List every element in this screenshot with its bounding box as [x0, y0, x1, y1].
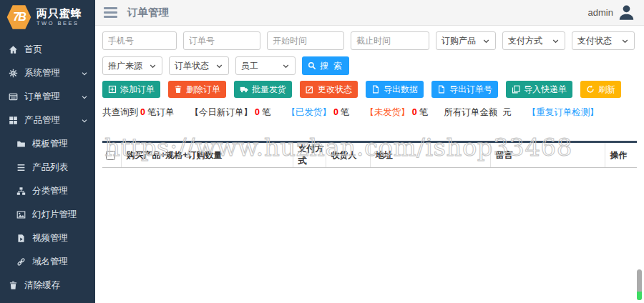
sidebar-item-products[interactable]: 产品管理 [0, 109, 95, 132]
promo-source-select[interactable]: 推广来源 [102, 56, 162, 75]
pay-status-select[interactable]: 支付状态 [572, 31, 635, 50]
edit-icon [306, 85, 314, 94]
sidebar-item-domains[interactable]: 域名管理 [0, 250, 95, 274]
sitemap-icon [16, 187, 26, 196]
button-label: 删除订单 [186, 84, 220, 96]
link-icon [16, 257, 26, 267]
export-order-no-button[interactable]: 导出订单号 [431, 81, 498, 98]
select-value: 订购产品 [441, 35, 476, 47]
search-button[interactable]: 搜 索 [302, 56, 349, 75]
sidebar-item-system[interactable]: 系统管理 [0, 61, 95, 85]
button-label: 导入快递单 [524, 84, 567, 96]
chevron-down-icon [81, 70, 88, 77]
grid-icon [9, 116, 18, 125]
stat-query-count: 0 [138, 107, 147, 117]
copy-icon [512, 85, 520, 94]
sidebar-item-slides[interactable]: 幻灯片管理 [0, 203, 95, 227]
import-tracking-button[interactable]: 导入快递单 [506, 81, 572, 98]
sidebar-item-label: 域名管理 [32, 256, 68, 268]
sidebar-item-label: 首页 [24, 44, 42, 56]
content-area: 订购产品 支付方式 支付状态 推广来源 订单状态 员工 搜 索 [95, 26, 644, 303]
order-status-select[interactable]: 订单状态 [169, 56, 229, 75]
sidebar-item-label: 产品管理 [24, 114, 60, 126]
page-title: 订单管理 [127, 6, 169, 19]
button-label: 刷新 [598, 84, 615, 96]
file-icon [371, 85, 380, 94]
plus-square-icon [108, 85, 117, 94]
chevron-down-icon [215, 62, 223, 70]
select-value: 支付状态 [577, 35, 612, 47]
truck-icon [240, 85, 248, 94]
stat-query: 共查询到0笔订单 [102, 106, 174, 119]
start-time-input[interactable] [267, 31, 344, 50]
column-address: 地址 [370, 142, 490, 168]
orders-table: 购买产品+规格+订购数量 支付方式 收货人 地址 留言 操作 [102, 141, 637, 168]
button-label: 更改状态 [318, 84, 352, 96]
brand-name-cn: 两只蜜蜂 [36, 8, 82, 20]
column-actions: 操作 [605, 142, 637, 168]
filter-row-1: 订购产品 支付方式 支付状态 [102, 31, 637, 50]
brand-logo-icon: 7B [6, 5, 31, 30]
chevron-down-icon [621, 37, 629, 45]
menu-toggle-icon[interactable] [104, 7, 117, 18]
chevron-down-icon [149, 62, 157, 70]
top-header: 订单管理 admin [95, 0, 644, 26]
product-select[interactable]: 订购产品 [436, 31, 496, 50]
select-all-checkbox[interactable] [106, 151, 115, 160]
end-time-input[interactable] [351, 31, 429, 50]
column-message: 留言 [490, 142, 605, 168]
sidebar-nav: 首页 系统管理 订单管理 产品管理 模板管理 产品列表 分类管理 [0, 34, 95, 297]
phone-input[interactable] [102, 31, 177, 50]
list-icon [16, 163, 26, 172]
refresh-button[interactable]: 刷新 [580, 81, 621, 98]
brand-logo[interactable]: 7B 两只蜜蜂 TWO BEES [0, 0, 95, 34]
stat-unshipped: 【未发货】0笔 [365, 106, 428, 119]
brand-name-en: TWO BEES [36, 21, 82, 26]
change-status-button[interactable]: 更改状态 [300, 81, 358, 98]
sidebar-item-templates[interactable]: 模板管理 [0, 132, 95, 156]
column-pay-method: 支付方式 [293, 142, 326, 168]
scrollbar-thumb[interactable] [637, 292, 642, 300]
button-label: 导出订单号 [449, 84, 492, 96]
home-icon [9, 45, 18, 54]
duplicate-check-link[interactable]: 【重复订单检测】 [527, 106, 599, 119]
sidebar-item-label: 幻灯片管理 [32, 209, 77, 221]
button-label: 添加订单 [120, 84, 155, 96]
stat-shipped-count: 0 [331, 107, 341, 117]
user-menu[interactable]: admin [588, 4, 635, 21]
scrollbar[interactable] [637, 269, 642, 300]
sidebar-item-label: 系统管理 [24, 67, 60, 79]
sidebar: 7B 两只蜜蜂 TWO BEES 首页 系统管理 订单管理 产品管理 模板管理 [0, 0, 95, 303]
select-value: 支付方式 [508, 35, 542, 47]
stat-shipped: 【已发货】0笔 [286, 106, 349, 119]
sidebar-item-categories[interactable]: 分类管理 [0, 179, 95, 203]
add-order-button[interactable]: 添加订单 [102, 81, 160, 98]
search-icon [308, 61, 316, 70]
export-data-button[interactable]: 导出数据 [366, 81, 424, 98]
sidebar-item-label: 视频管理 [32, 232, 68, 244]
sidebar-item-home[interactable]: 首页 [0, 38, 95, 61]
sidebar-item-clear-cache[interactable]: 清除缓存 [0, 274, 95, 297]
column-product: 购买产品+规格+订购数量 [121, 142, 293, 168]
pay-method-select[interactable]: 支付方式 [502, 31, 565, 50]
column-consignee: 收货人 [326, 142, 370, 168]
sidebar-item-label: 订单管理 [24, 91, 60, 103]
sidebar-item-product-list[interactable]: 产品列表 [0, 156, 95, 179]
select-all-cell [102, 142, 121, 168]
order-no-input[interactable] [183, 31, 260, 50]
sidebar-item-orders[interactable]: 订单管理 [0, 85, 95, 109]
username: admin [588, 7, 613, 18]
sidebar-item-label: 清除缓存 [24, 279, 60, 292]
staff-select[interactable]: 员工 [235, 56, 296, 75]
stat-unshipped-count: 0 [410, 107, 419, 117]
stat-today-count: 0 [253, 107, 262, 117]
sidebar-item-videos[interactable]: 视频管理 [0, 227, 95, 250]
button-label: 导出数据 [384, 84, 418, 96]
delete-order-button[interactable]: 删除订单 [168, 81, 226, 98]
chevron-down-icon [81, 117, 88, 124]
chevron-down-icon [81, 94, 88, 101]
folder-icon [16, 139, 26, 149]
user-avatar-icon [618, 4, 635, 21]
video-icon [16, 234, 26, 243]
batch-ship-button[interactable]: 批量发货 [234, 81, 292, 98]
